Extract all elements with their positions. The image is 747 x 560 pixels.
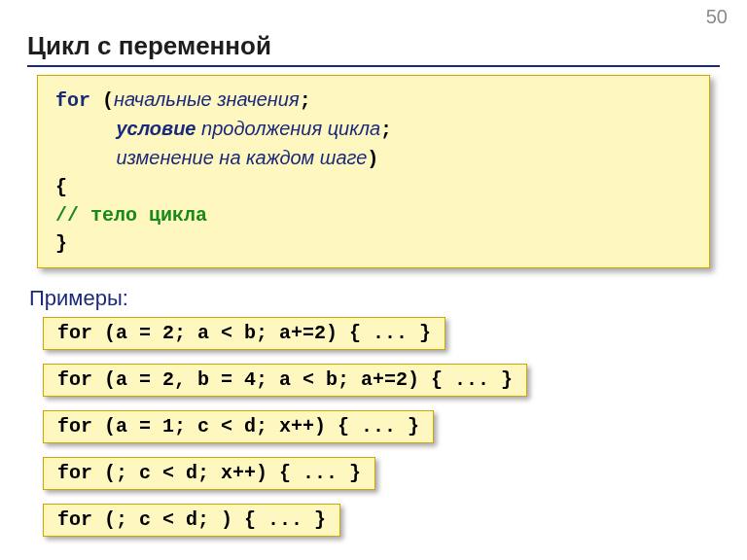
example-5: for (; c < d; ) { ... } <box>43 504 340 537</box>
condition-label: условие <box>116 118 196 139</box>
for-keyword: for <box>55 89 90 112</box>
step-text: изменение на каждом шаге <box>116 147 367 168</box>
example-2: for (a = 2, b = 4; a < b; a+=2) { ... } <box>43 364 527 397</box>
semicolon-1: ; <box>300 89 311 112</box>
title-underline <box>27 65 720 67</box>
init-text: начальные значения <box>114 88 300 110</box>
syntax-line-2: условие продолжения цикла; <box>55 115 692 144</box>
close-paren: ) <box>367 148 378 170</box>
example-3: for (a = 1; c < d; x++) { ... } <box>43 410 434 443</box>
example-row-4: for (; c < d; x++) { ... } <box>27 457 720 504</box>
condition-rest: продолжения цикла <box>196 118 380 139</box>
examples-label: Примеры: <box>29 286 720 311</box>
close-brace: } <box>55 229 692 258</box>
slide: 50 Цикл с переменной for (начальные знач… <box>0 0 747 560</box>
syntax-box: for (начальные значения; условие продолж… <box>37 75 710 268</box>
example-row-2: for (a = 2, b = 4; a < b; a+=2) { ... } <box>27 364 720 410</box>
slide-title: Цикл с переменной <box>27 31 720 61</box>
example-1: for (a = 2; a < b; a+=2) { ... } <box>43 317 445 350</box>
open-brace: { <box>55 173 692 201</box>
semicolon-2: ; <box>380 119 392 141</box>
syntax-line-3: изменение на каждом шаге) <box>55 144 692 173</box>
body-comment: // тело цикла <box>55 201 692 229</box>
example-4: for (; c < d; x++) { ... } <box>43 457 375 490</box>
syntax-line-1: for (начальные значения; <box>55 86 692 115</box>
open-paren: ( <box>102 89 114 112</box>
example-row-5: for (; c < d; ) { ... } <box>27 504 720 550</box>
example-row-1: for (a = 2; a < b; a+=2) { ... } <box>27 317 720 364</box>
example-row-3: for (a = 1; c < d; x++) { ... } <box>27 410 720 457</box>
page-number: 50 <box>706 6 728 28</box>
